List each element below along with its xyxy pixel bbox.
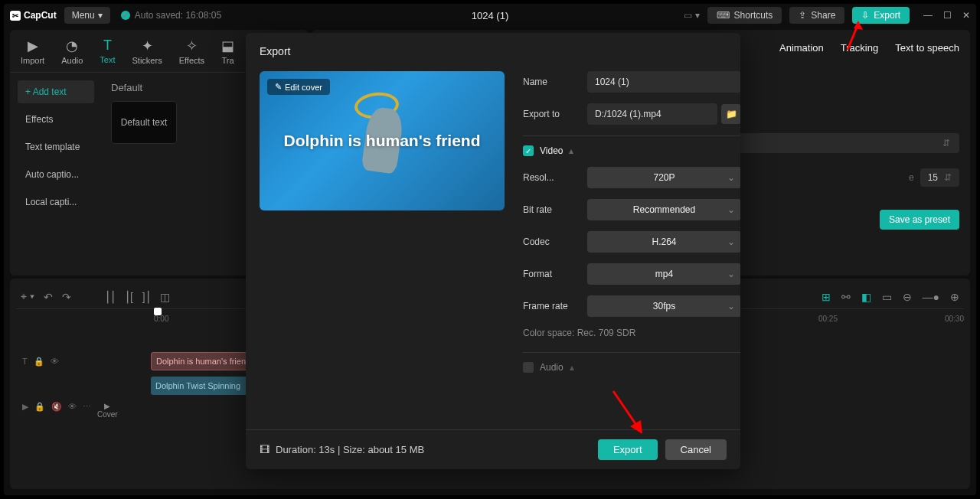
- split-icon[interactable]: ⎮⎮: [105, 291, 116, 303]
- font-size-input[interactable]: 15⇵: [920, 168, 959, 187]
- tab-stickers[interactable]: ✦Stickers: [132, 38, 162, 65]
- export-button-top[interactable]: ⇩ Export: [852, 7, 910, 24]
- transitions-icon: ⬓: [221, 38, 234, 54]
- framerate-label: Frame rate: [523, 301, 580, 311]
- name-input[interactable]: [587, 71, 740, 93]
- exportto-label: Export to: [523, 109, 580, 119]
- shortcuts-button[interactable]: ⌨ Shortcuts: [707, 7, 782, 24]
- lock-icon[interactable]: 🔒: [34, 402, 45, 419]
- video-section-label: Video: [540, 145, 563, 156]
- menu-button[interactable]: Menu▾: [64, 7, 110, 24]
- codec-select[interactable]: H.264: [587, 231, 740, 253]
- resolution-label: Resol...: [523, 172, 580, 183]
- zoom-out-icon[interactable]: ⊖: [903, 291, 912, 303]
- resolution-select[interactable]: 720P: [587, 167, 740, 188]
- trim-left-icon[interactable]: ⎮[: [125, 291, 133, 303]
- undo-icon[interactable]: ↶: [44, 291, 53, 303]
- tab-effects[interactable]: ✧Effects: [179, 38, 204, 65]
- video-track-icon: ▶: [22, 402, 28, 419]
- ruler-mark: 00:25: [818, 315, 838, 323]
- bitrate-select[interactable]: Recommended: [587, 199, 740, 220]
- pencil-icon: ✎: [275, 82, 282, 92]
- name-label: Name: [523, 77, 580, 87]
- export-confirm-button[interactable]: Export: [598, 439, 658, 460]
- minimize-icon[interactable]: —: [923, 10, 933, 21]
- codec-label: Codec: [523, 236, 580, 247]
- nav-text-template[interactable]: Text template: [18, 135, 94, 158]
- exportto-input[interactable]: [587, 103, 717, 125]
- default-text-preset[interactable]: Default text: [111, 101, 177, 144]
- video-checkbox[interactable]: ✓: [523, 145, 534, 156]
- text-clip[interactable]: Dolphin is human's frien: [151, 352, 258, 370]
- zoom-slider[interactable]: —●: [923, 291, 939, 303]
- nav-text-effects[interactable]: Effects: [18, 108, 94, 131]
- stickers-icon: ✦: [142, 38, 153, 54]
- duration-text: Duration: 13s | Size: about 15 MB: [276, 444, 424, 455]
- trim-right-icon[interactable]: ]⎮: [142, 291, 151, 303]
- save-preset-button[interactable]: Save as preset: [880, 210, 959, 230]
- cover-button[interactable]: ▶Cover: [97, 402, 118, 419]
- tab-audio[interactable]: ◔Audio: [61, 38, 83, 65]
- framerate-select[interactable]: 30fps: [587, 295, 740, 317]
- preview-overlay-text: Dolphin is human's friend: [283, 132, 480, 150]
- keyboard-icon: ⌨: [717, 10, 730, 21]
- nav-local-captions[interactable]: Local capti...: [18, 191, 94, 214]
- colorspace-info: Color space: Rec. 709 SDR: [523, 328, 740, 338]
- autosave-status: ✓ Auto saved: 16:08:05: [121, 10, 221, 21]
- share-button[interactable]: ⇪ Share: [789, 7, 844, 24]
- tab-tracking[interactable]: Tracking: [841, 42, 878, 54]
- aspect-icon[interactable]: ▭ ▾: [684, 10, 699, 21]
- ruler-mark: 00:30: [945, 315, 964, 323]
- export-modal: Export ✎ Edit cover Dolphin is human's f…: [246, 33, 740, 469]
- close-icon[interactable]: ✕: [962, 10, 970, 21]
- text-icon: T: [103, 38, 112, 54]
- tab-animation[interactable]: Animation: [779, 42, 824, 54]
- tab-text[interactable]: TText: [100, 38, 115, 64]
- tl-tool-3-icon[interactable]: ▭: [882, 291, 892, 303]
- audio-icon: ◔: [66, 38, 78, 54]
- film-icon: 🎞: [260, 444, 270, 455]
- link-icon[interactable]: ⚯: [841, 291, 851, 303]
- crop-icon[interactable]: ◫: [160, 291, 170, 303]
- redo-icon[interactable]: ↷: [62, 291, 71, 303]
- cancel-button[interactable]: Cancel: [665, 439, 727, 460]
- mute-icon[interactable]: 🔇: [51, 402, 62, 419]
- export-icon: ⇩: [861, 10, 869, 21]
- visibility-icon[interactable]: 👁: [68, 402, 77, 419]
- effects-icon: ✧: [186, 38, 198, 54]
- modal-title: Export: [246, 33, 740, 65]
- format-select[interactable]: mp4: [587, 263, 740, 285]
- zoom-in-icon[interactable]: ⊕: [950, 291, 959, 303]
- share-icon: ⇪: [799, 10, 806, 21]
- format-label: Format: [523, 269, 580, 279]
- edit-cover-button[interactable]: ✎ Edit cover: [267, 79, 330, 95]
- nav-auto-captions[interactable]: Auto captio...: [18, 163, 94, 186]
- video-clip[interactable]: Dolphin Twist Spinning: [151, 377, 258, 395]
- nav-add-text[interactable]: + Add text: [18, 80, 94, 103]
- text-track-icon: T: [22, 357, 28, 367]
- tab-import[interactable]: ▶Import: [21, 38, 44, 65]
- app-logo: ✂ CapCut: [10, 10, 57, 21]
- project-title: 1024 (1): [472, 10, 508, 21]
- video-preview: ✎ Edit cover Dolphin is human's friend: [260, 71, 505, 210]
- audio-section-label: Audio: [540, 362, 564, 373]
- check-icon: ✓: [121, 11, 130, 20]
- maximize-icon[interactable]: ☐: [943, 10, 952, 21]
- tab-transitions[interactable]: ⬓Tra: [221, 38, 234, 65]
- bitrate-label: Bit rate: [523, 204, 580, 215]
- playhead[interactable]: [154, 308, 162, 315]
- visibility-icon[interactable]: 👁: [51, 357, 59, 367]
- folder-icon[interactable]: 📁: [721, 104, 740, 124]
- tab-text-to-speech[interactable]: Text to speech: [895, 42, 959, 54]
- audio-checkbox[interactable]: [523, 362, 534, 373]
- lock-icon[interactable]: 🔒: [34, 357, 44, 367]
- ruler-mark: 0:00: [154, 315, 168, 323]
- pointer-tool-icon[interactable]: ⌖ ▾: [21, 290, 34, 303]
- import-icon: ▶: [28, 38, 38, 54]
- tl-tool-1-icon[interactable]: ⊞: [822, 291, 831, 303]
- tl-tool-2-icon[interactable]: ◧: [861, 291, 871, 303]
